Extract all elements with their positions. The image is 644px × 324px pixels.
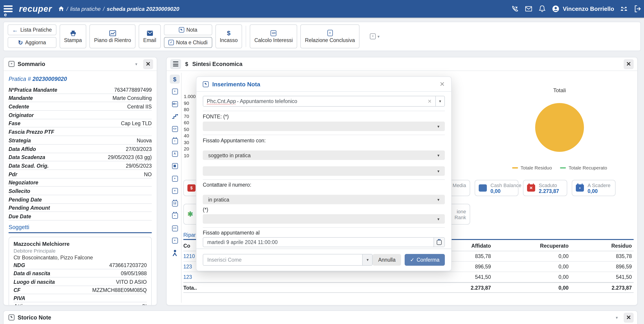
- contattare-select[interactable]: in pratica▾: [203, 195, 445, 204]
- user-name: Vincenzo Borriello: [563, 6, 614, 12]
- sintesi-title: Sintesi Economica: [192, 61, 242, 67]
- column-header[interactable]: Residuo: [570, 243, 634, 248]
- calcolo-interessi-button[interactable]: 123 Calcolo Interessi: [250, 25, 298, 48]
- fissato-con-select[interactable]: soggetto in pratica▾: [203, 150, 445, 160]
- close-modal-icon[interactable]: ✕: [440, 80, 445, 88]
- user-menu[interactable]: Vincenzo Borriello: [552, 5, 614, 13]
- strip-steps-chart-icon[interactable]: [170, 112, 180, 121]
- y-axis-tick: 1.000: [184, 93, 196, 100]
- nota-e-chiudi-button[interactable]: ✓Nota e Chiudi: [164, 37, 212, 48]
- collapse-caret-icon[interactable]: ▾: [616, 315, 618, 320]
- strip-folder-plus-icon[interactable]: +: [170, 236, 180, 245]
- strip-journal-icon[interactable]: ≡: [170, 186, 180, 195]
- soggetti-section-title[interactable]: Soggetti: [8, 220, 152, 233]
- panel-menu-hamburger-icon[interactable]: [170, 59, 181, 69]
- kpi-card-cash-balance[interactable]: Cash Balance0,00: [475, 180, 518, 196]
- strip-clipboard-code-icon[interactable]: <>: [170, 124, 180, 133]
- field-label: Sollecito: [8, 188, 30, 194]
- breadcrumb-scheda-pratica: scheda pratica 20230009020: [107, 6, 180, 12]
- bell-icon[interactable]: [538, 5, 546, 13]
- mail-icon[interactable]: [525, 5, 532, 13]
- kpi-card-scaduto[interactable]: ✕ Scaduto2.273,87: [523, 180, 567, 196]
- nota-type-select[interactable]: Phc.Cnt.App - Appuntamento telefonico ✕ …: [203, 96, 445, 107]
- field-value: Central IIS: [127, 104, 152, 109]
- stampa-button[interactable]: Stampa: [60, 25, 86, 48]
- sommario-field-row: StrategiaNuova: [8, 136, 152, 144]
- piano-di-rientro-button[interactable]: Piano di Rientro: [90, 25, 136, 48]
- row-code-link[interactable]: 123: [183, 274, 402, 280]
- total-amount: 0,00: [493, 285, 570, 290]
- home-icon[interactable]: [58, 6, 64, 12]
- strip-table-search-icon[interactable]: ▦: [170, 162, 180, 171]
- breadcrumb-lista-pratiche[interactable]: lista pratiche: [70, 6, 101, 12]
- chevron-down-icon[interactable]: ▾: [436, 96, 445, 107]
- row-amount: 835,78: [570, 253, 634, 259]
- y-axis-tick: 60: [184, 119, 196, 126]
- calendar-picker-icon[interactable]: [434, 238, 444, 247]
- incasso-button[interactable]: $ Incasso: [215, 25, 242, 48]
- strip-add-list-icon[interactable]: +: [170, 174, 180, 183]
- grid-icon: ≡: [370, 34, 376, 39]
- scaduto-value: 2.273,87: [539, 188, 559, 194]
- fonte-select[interactable]: ▾: [203, 122, 445, 131]
- field-label: Strategia: [8, 138, 31, 143]
- strip-calendar-event-icon[interactable]: ▪: [170, 137, 180, 146]
- inserisci-come-select[interactable]: Inserisci Come ▾: [203, 254, 373, 266]
- row-amount: 541,50: [570, 274, 634, 280]
- strip-calendar-square-icon[interactable]: ▪: [170, 211, 180, 220]
- annulla-button[interactable]: Annulla: [373, 254, 401, 266]
- relazione-conclusiva-button[interactable]: ≡ Relazione Conclusiva: [300, 25, 360, 48]
- close-storico-button[interactable]: ✕: [624, 312, 634, 322]
- aggiorna-button[interactable]: ↻Aggiorna: [8, 37, 56, 48]
- collapse-caret-icon[interactable]: ▾: [135, 62, 137, 66]
- sommario-field-row: Negoziatore: [8, 178, 152, 187]
- sommario-field-row: MandanteMarte Consulting: [8, 94, 152, 102]
- menu-hamburger-icon[interactable]: [4, 6, 13, 12]
- layout-menu-button[interactable]: ≡ ▾: [370, 34, 380, 39]
- strip-clipboard-plus-icon[interactable]: M+: [170, 99, 180, 108]
- totali-pie-chart: [535, 103, 584, 152]
- kpi-card-a-scadere[interactable]: ▪ A Scadere0,00: [572, 180, 616, 196]
- logo-sub: e: [4, 12, 7, 17]
- field-label: CF: [14, 287, 20, 293]
- column-header[interactable]: Recuperato: [493, 243, 570, 248]
- appointment-datetime-input[interactable]: martedì 9 aprile 2024 11:00:00: [203, 237, 445, 247]
- strip-sintesi-economica-icon[interactable]: $: [170, 75, 180, 84]
- dollar-icon: $: [227, 30, 230, 36]
- strip-document-attach-icon[interactable]: A: [170, 149, 180, 158]
- row-amount: 896,59: [570, 264, 634, 269]
- field-value: 09/05/1988: [121, 271, 147, 276]
- strip-calendar-12-icon[interactable]: 12: [170, 199, 180, 208]
- wallet-icon: [479, 184, 487, 192]
- handshake-icon[interactable]: [620, 5, 628, 13]
- clear-selection-icon[interactable]: ✕: [428, 98, 432, 104]
- strip-add-rows-icon[interactable]: +=: [170, 224, 180, 233]
- close-sintesi-button[interactable]: ✕: [624, 59, 634, 69]
- strip-puzzle-icon[interactable]: +: [170, 87, 180, 96]
- email-button[interactable]: Email: [139, 25, 161, 48]
- strip-person-icon[interactable]: [170, 248, 180, 257]
- chevron-down-icon[interactable]: ▾: [362, 254, 372, 265]
- numero-select[interactable]: ▾: [203, 214, 445, 224]
- field-label: Mandante: [8, 96, 33, 101]
- fissato-con-secondary-select[interactable]: ▾: [203, 166, 445, 176]
- lista-pratiche-button[interactable]: ←Lista Pratiche: [8, 25, 56, 35]
- note-pencil-icon: ✎: [203, 81, 209, 87]
- close-sommario-button[interactable]: ✕: [143, 59, 153, 69]
- summary-icon: ≡: [8, 61, 14, 67]
- logout-icon[interactable]: [634, 5, 641, 13]
- field-label: Fascia Prezzo PTF: [8, 129, 54, 135]
- subject-field-row: AttivoSI: [14, 302, 147, 305]
- phone-incoming-icon[interactable]: [511, 5, 519, 13]
- field-label: Pending Date: [8, 197, 42, 202]
- field-label: Pdr: [8, 171, 17, 177]
- conferma-button[interactable]: ✓Conferma: [405, 254, 445, 266]
- sommario-field-row: Pending Amount: [8, 204, 152, 212]
- app-logo[interactable]: recuper: [19, 4, 52, 14]
- refresh-icon: ↻: [18, 40, 23, 46]
- user-icon: [552, 5, 560, 13]
- legend-item: Totale Residuo: [512, 165, 552, 170]
- nota-button[interactable]: ✎Nota: [164, 25, 212, 35]
- subject-field-row: Luogo di nascitaVITO D ASIO: [14, 278, 147, 286]
- subject-card[interactable]: Mazzocchi Melchiorre Debitore Principale…: [8, 237, 152, 305]
